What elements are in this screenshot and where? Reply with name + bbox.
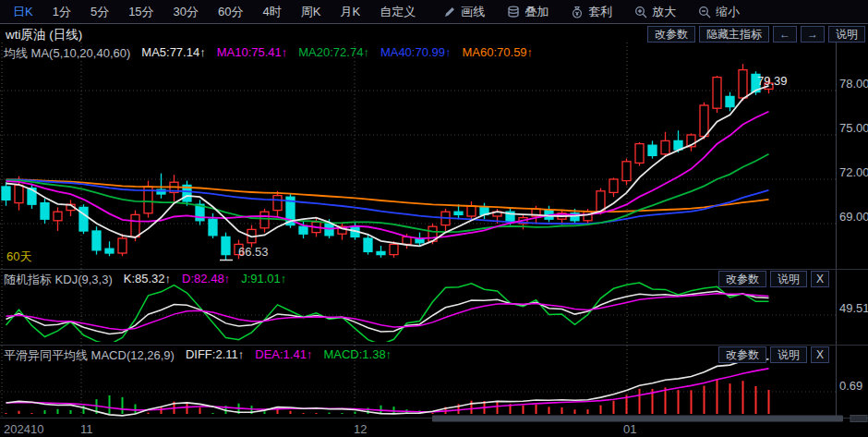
prev-arrow-button[interactable]: ← <box>773 26 797 42</box>
macd-panel-series <box>6 359 769 416</box>
kdj-d-value: D:82.48↑ <box>182 272 230 288</box>
tab-custom[interactable]: 自定义 <box>380 4 416 20</box>
low-price-label: 66.53 <box>238 245 269 259</box>
scrollbar-corner <box>850 416 867 422</box>
kdj-header: 随机指标 KDJ(9,3,3) K:85.32↑ D:82.48↑ J:91.0… <box>4 272 286 288</box>
tool-zoom-in[interactable]: 放大 <box>634 4 676 20</box>
d-line <box>6 294 769 330</box>
macd-label: 平滑异同平均线 MACD(12,26,9) <box>4 347 175 364</box>
tool-zoom-out[interactable]: 缩小 <box>698 4 740 20</box>
macd-close-button[interactable]: X <box>811 346 829 363</box>
tool-draw-line[interactable]: 画线 <box>443 4 485 20</box>
tool-overlay[interactable]: 叠加 <box>507 4 549 20</box>
time-axis-label: 202410 <box>4 422 43 436</box>
period-label: 60天 <box>6 249 31 265</box>
macd-dea-value: DEA:1.41↑ <box>255 347 312 364</box>
price-axis-label: 78.00 <box>839 77 868 91</box>
ma10-value: MA10:75.41↑ <box>217 45 288 62</box>
tab-15min[interactable]: 15分 <box>128 4 153 20</box>
macd-hist-value: MACD:1.38↑ <box>323 347 392 364</box>
j-line <box>6 283 769 345</box>
dea-line <box>6 369 769 412</box>
price-axis-label: 72.00 <box>839 165 868 179</box>
tab-daily-k[interactable]: 日K <box>13 4 33 20</box>
pencil-icon <box>443 6 456 18</box>
macd-diff-value: DIFF:2.11↑ <box>186 347 244 364</box>
kdj-k-value: K:85.32↑ <box>124 272 171 288</box>
diff-line <box>6 359 769 416</box>
ma5-value: MA5:77.14↑ <box>141 45 205 62</box>
ma40-value: MA40:70.99↑ <box>380 45 452 62</box>
ma-label: 均线 MA(5,10,20,40,60) <box>4 45 130 62</box>
tool-arbitrage[interactable]: 套利 <box>571 4 612 20</box>
ma20-value: MA20:72.74↑ <box>298 45 369 62</box>
macd-help-button[interactable]: 说明 <box>770 346 807 363</box>
chart-canvas[interactable] <box>0 0 868 437</box>
ma5-line <box>6 86 769 246</box>
toolbar: 日K 1分 5分 15分 30分 60分 4时 周K 月K 自定义 画线 叠加 … <box>0 0 868 24</box>
ma-lines <box>6 86 769 246</box>
kdj-close-button[interactable]: X <box>811 271 829 287</box>
title-buttons: 改参数 隐藏主指标 ← → 说明 <box>647 26 865 42</box>
kdj-buttons: 改参数 说明 X <box>718 271 829 287</box>
ma-header: 均线 MA(5,10,20,40,60) MA5:77.14↑ MA10:75.… <box>4 45 533 62</box>
tab-monthly-k[interactable]: 月K <box>340 4 360 20</box>
help-button[interactable]: 说明 <box>828 26 865 42</box>
tab-5min[interactable]: 5分 <box>90 4 109 20</box>
price-axis-label: 75.00 <box>839 121 868 135</box>
moneybag-icon <box>571 6 584 18</box>
zoom-out-icon <box>698 6 711 18</box>
symbol-title: wti原油 (日线) <box>6 27 82 43</box>
tab-1min[interactable]: 1分 <box>53 4 71 20</box>
tab-60min[interactable]: 60分 <box>218 4 243 20</box>
scrollbar-thumb[interactable] <box>432 416 843 422</box>
tab-4hour[interactable]: 4时 <box>263 4 282 20</box>
tool-label: 叠加 <box>524 4 549 20</box>
macd-header: 平滑异同平均线 MACD(12,26,9) DIFF:2.11↑ DEA:1.4… <box>4 347 392 364</box>
tab-weekly-k[interactable]: 周K <box>301 4 321 20</box>
kdj-help-button[interactable]: 说明 <box>770 271 807 287</box>
ma20-line <box>6 154 769 232</box>
ma60-line <box>6 179 769 212</box>
last-price-label: 79.39 <box>757 74 788 88</box>
hide-main-indicator-button[interactable]: 隐藏主指标 <box>699 26 769 42</box>
stack-icon <box>507 6 520 18</box>
macd-change-params-button[interactable]: 改参数 <box>718 346 766 363</box>
title-bar: wti原油 (日线) 改参数 隐藏主指标 ← → 说明 <box>0 25 868 43</box>
tool-label: 放大 <box>652 4 676 20</box>
time-axis-label: 12 <box>354 422 367 436</box>
ma10-line <box>6 112 769 239</box>
price-axis-label: 69.00 <box>839 210 868 224</box>
time-axis-label: 01 <box>623 422 636 436</box>
time-axis-label: 11 <box>80 422 93 436</box>
next-arrow-button[interactable]: → <box>801 26 825 42</box>
kdj-change-params-button[interactable]: 改参数 <box>718 271 766 287</box>
tool-label: 缩小 <box>716 4 740 20</box>
kdj-lines <box>6 283 769 345</box>
change-params-button[interactable]: 改参数 <box>647 26 695 42</box>
kdj-label: 随机指标 KDJ(9,3,3) <box>4 272 113 288</box>
trading-app-window: { "toolbar": { "items": [ {"label": "日K"… <box>0 0 868 437</box>
tool-label: 画线 <box>461 4 485 20</box>
macd-buttons: 改参数 说明 X <box>718 346 829 363</box>
macd-axis-label: 0.69 <box>839 379 862 393</box>
ma60-value: MA60:70.59↑ <box>463 45 534 62</box>
kdj-j-value: J:91.01↑ <box>241 272 286 288</box>
kdj-axis-label: 49.51 <box>839 301 868 315</box>
tab-30min[interactable]: 30分 <box>174 4 199 20</box>
tool-label: 套利 <box>588 4 612 20</box>
zoom-in-icon <box>634 6 647 18</box>
